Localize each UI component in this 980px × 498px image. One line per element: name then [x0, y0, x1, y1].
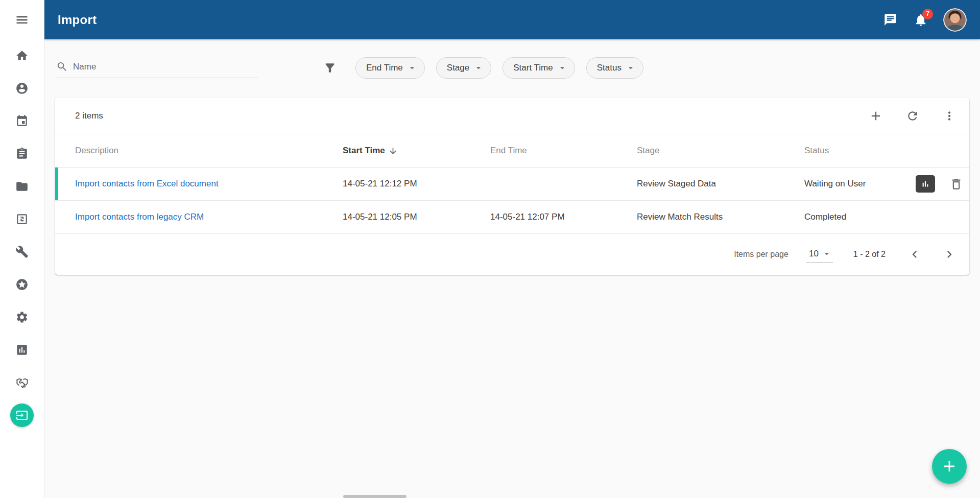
refresh-icon: [906, 109, 919, 123]
sidebar-item-sales[interactable]: [0, 203, 44, 235]
row-actions: [916, 175, 969, 193]
filter-toolbar: End Time Stage Start Time Status: [44, 39, 980, 83]
table-header-row: Description Start Time End Time Stage St…: [55, 134, 969, 168]
stage-cell: Review Staged Data: [637, 179, 804, 189]
import-list-card: 2 items Description Start Time End Time: [55, 98, 969, 275]
start-time-cell: 14-05-21 12:05 PM: [343, 212, 490, 222]
chip-label: Status: [597, 63, 622, 73]
chip-label: End Time: [366, 63, 403, 73]
page-size-value: 10: [809, 249, 819, 259]
sidebar-item-reports[interactable]: [0, 334, 44, 366]
new-import-fab[interactable]: [932, 449, 967, 484]
description-cell: Import contacts from Excel document: [75, 179, 343, 189]
topbar-actions: 7: [882, 8, 967, 32]
filter-chip-start-time[interactable]: Start Time: [503, 57, 575, 79]
chevron-down-icon: [822, 249, 832, 259]
sidebar-item-home[interactable]: [0, 39, 44, 72]
sidebar-item-featured[interactable]: [0, 268, 44, 301]
status-cell: Waiting on User: [804, 179, 916, 189]
main-content: End Time Stage Start Time Status 2 items: [44, 39, 980, 498]
record-link[interactable]: Import contacts from Excel document: [75, 179, 219, 188]
horizontal-scrollbar-thumb[interactable]: [343, 495, 407, 498]
hamburger-icon: [15, 13, 29, 27]
filter-chip-stage[interactable]: Stage: [436, 57, 491, 79]
column-header-stage[interactable]: Stage: [637, 146, 804, 156]
gear-icon: [15, 311, 29, 324]
user-avatar[interactable]: [943, 8, 967, 32]
sidebar-item-settings[interactable]: [0, 301, 44, 334]
chart-bars-icon: [919, 177, 932, 191]
messages-button[interactable]: [882, 12, 898, 28]
chevron-left-icon: [907, 247, 922, 262]
refresh-button[interactable]: [905, 108, 920, 124]
avatar-image: [943, 8, 967, 32]
stage-cell: Review Match Results: [637, 212, 804, 222]
items-count: 2 items: [75, 111, 103, 121]
filter-chips: End Time Stage Start Time Status: [355, 57, 643, 79]
card-header: 2 items: [55, 98, 969, 134]
sales-icon: [15, 212, 29, 226]
start-time-cell: 14-05-21 12:12 PM: [343, 179, 490, 189]
sidebar-item-calendar[interactable]: [0, 105, 44, 137]
chat-icon: [883, 13, 897, 27]
bar-chart-icon: [15, 343, 29, 357]
sidebar-item-deals[interactable]: [0, 366, 44, 399]
items-per-page-label: Items per page: [734, 250, 788, 259]
notifications-button[interactable]: 7: [913, 12, 929, 28]
chevron-right-icon: [942, 247, 957, 262]
calendar-icon: [15, 114, 29, 128]
handshake-icon: [15, 376, 29, 390]
sidebar: [0, 0, 44, 498]
chevron-down-icon: [473, 63, 484, 73]
sidebar-item-import[interactable]: [0, 399, 44, 432]
folder-icon: [15, 180, 29, 193]
sort-desc-icon: [388, 146, 398, 156]
star-circle-icon: [15, 278, 29, 291]
trash-icon: [949, 177, 963, 191]
card-actions: [868, 108, 957, 124]
description-cell: Import contacts from legacy CRM: [75, 212, 343, 222]
next-page-button[interactable]: [941, 246, 958, 263]
chevron-down-icon: [626, 63, 636, 73]
search-icon: [56, 61, 68, 73]
chip-label: Start Time: [513, 63, 553, 73]
table-row-1[interactable]: Import contacts from Excel document 14-0…: [55, 168, 969, 201]
sidebar-item-contacts[interactable]: [0, 72, 44, 105]
chevron-down-icon: [407, 63, 417, 73]
column-header-end-time[interactable]: End Time: [490, 146, 637, 156]
more-options-button[interactable]: [942, 108, 957, 124]
top-app-bar: Import 7: [44, 0, 980, 39]
items-per-page-select[interactable]: 10: [806, 247, 833, 263]
search-field[interactable]: [55, 58, 258, 78]
filter-chip-status[interactable]: Status: [586, 57, 643, 79]
filter-chip-end-time[interactable]: End Time: [355, 57, 425, 79]
filter-button[interactable]: [320, 58, 340, 78]
previous-page-button[interactable]: [906, 246, 923, 263]
plus-icon: [941, 458, 958, 475]
table-row-2[interactable]: Import contacts from legacy CRM 14-05-21…: [55, 201, 969, 234]
view-results-button[interactable]: [916, 175, 935, 193]
delete-button[interactable]: [948, 176, 964, 192]
home-icon: [15, 49, 29, 62]
add-item-button[interactable]: [868, 108, 883, 124]
column-header-status[interactable]: Status: [804, 146, 916, 156]
record-link[interactable]: Import contacts from legacy CRM: [75, 212, 204, 222]
chevron-down-icon: [557, 63, 567, 73]
sidebar-item-activities[interactable]: [0, 137, 44, 170]
sidebar-item-customize[interactable]: [0, 235, 44, 268]
notification-badge: 7: [922, 9, 933, 19]
menu-button[interactable]: [0, 0, 44, 39]
clipboard-icon: [15, 147, 29, 160]
end-time-cell: 14-05-21 12:07 PM: [490, 212, 637, 222]
chip-label: Stage: [447, 63, 469, 73]
column-header-description[interactable]: Description: [75, 146, 343, 156]
wrench-icon: [15, 245, 29, 258]
column-header-start-time[interactable]: Start Time: [343, 146, 490, 156]
search-input[interactable]: [73, 62, 257, 72]
plus-icon: [869, 109, 883, 123]
page-title: Import: [58, 13, 97, 27]
sidebar-item-documents[interactable]: [0, 170, 44, 203]
import-icon: [16, 409, 28, 421]
active-row-accent: [55, 168, 58, 200]
page-range: 1 - 2 of 2: [853, 250, 886, 259]
